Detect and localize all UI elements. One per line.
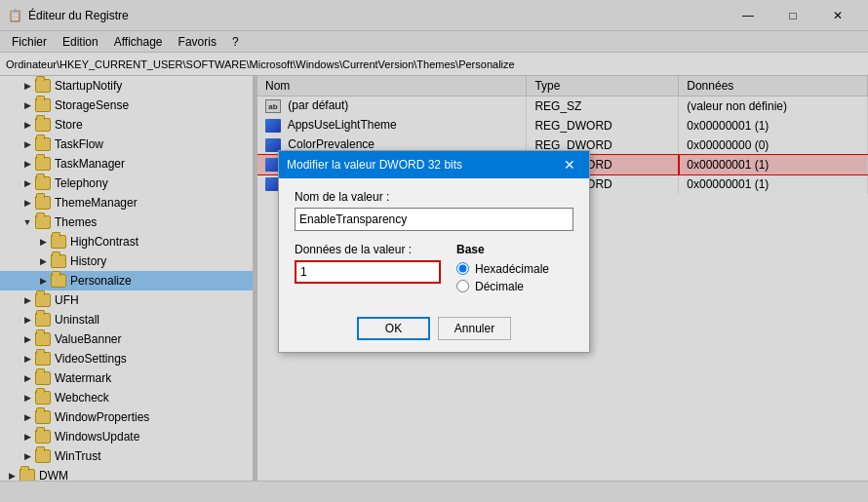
modal-close-button[interactable]: ✕	[558, 153, 581, 176]
radio-hexadecimale[interactable]: Hexadécimale	[456, 262, 573, 276]
radio-dec-input[interactable]	[456, 280, 469, 292]
modal-ok-button[interactable]: OK	[357, 317, 430, 340]
modal-body: Nom de la valeur : Données de la valeur …	[279, 178, 589, 309]
radio-hex-input[interactable]	[456, 262, 469, 275]
modal-title-bar: Modifier la valeur DWORD 32 bits ✕	[279, 151, 589, 178]
modal-data-label: Données de la valeur :	[295, 243, 441, 256]
modal-base-section: Base Hexadécimale Décimale	[456, 243, 573, 297]
modal-base-label: Base	[456, 243, 573, 256]
modal-title: Modifier la valeur DWORD 32 bits	[287, 158, 558, 172]
radio-hex-label: Hexadécimale	[475, 262, 549, 276]
radio-dec-label: Décimale	[475, 280, 524, 293]
modal-value-section: Données de la valeur :	[295, 243, 441, 284]
modal-row: Données de la valeur : Base Hexadécimale…	[295, 243, 573, 297]
modal-name-input[interactable]	[295, 208, 573, 231]
modal-overlay: Modifier la valeur DWORD 32 bits ✕ Nom d…	[0, 0, 868, 502]
modal-value-input[interactable]	[295, 260, 441, 284]
modal-footer: OK Annuler	[279, 309, 589, 352]
radio-decimale[interactable]: Décimale	[456, 280, 573, 293]
modal-cancel-button[interactable]: Annuler	[438, 317, 511, 340]
modal-name-label: Nom de la valeur :	[295, 190, 573, 204]
modal-dialog: Modifier la valeur DWORD 32 bits ✕ Nom d…	[278, 150, 590, 353]
